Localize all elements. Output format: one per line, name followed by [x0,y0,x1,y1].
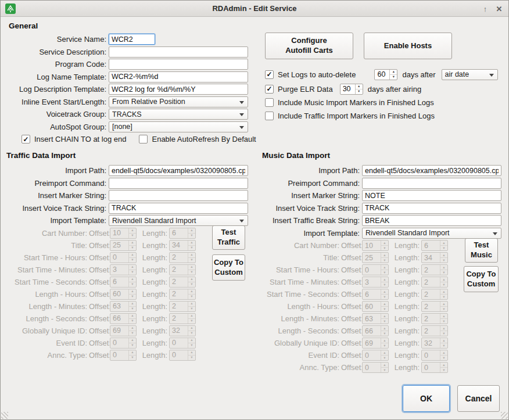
spin-down-icon: ▾ [381,356,388,360]
cancel-button[interactable]: Cancel [457,385,500,412]
titlebar[interactable]: RDAdmin - Edit Service ↑ ✕ [1,1,508,17]
traffic-preimport-command-input[interactable] [109,178,248,189]
music-markers-row: Include Music Import Markers in Finished… [265,96,507,109]
close-icon[interactable]: ✕ [492,1,506,17]
purge-elr-days-spinbox[interactable]: 30 ▴▾ [340,84,363,95]
offset-spinbox: 69▴▾ [110,325,137,336]
music-import-template-combobox[interactable]: Rivendell Standard Import [362,228,501,239]
traffic-import-template-combobox[interactable]: Rivendell Standard Import [109,215,248,226]
spin-up-icon: ▴ [188,240,195,246]
configure-autofill-carts-button[interactable]: Configure Autofill Carts [265,33,353,59]
traffic-row-event-id: Event ID: Offset: 0▴▾ Length: 0▴▾ [6,337,210,349]
checkbox-box [139,135,148,143]
length-spinbox: 2▴▾ [169,277,196,288]
program-code-input[interactable] [109,59,248,70]
length-spinbox: 2▴▾ [169,301,196,312]
length-spinbox: 2▴▾ [421,289,448,300]
auto-delete-checkbox[interactable]: ✓ Set Logs to auto-delete [265,70,356,79]
spin-up-icon: ▴ [129,228,136,234]
import-template-label: Import Template: [262,229,362,238]
music-import-path-input[interactable] [362,165,501,176]
spin-down-icon: ▾ [381,295,388,299]
spin-up-icon: ▴ [440,350,447,356]
spin-down-icon: ▾ [440,270,447,275]
spin-up-icon: ▴ [381,265,388,270]
spin-up-icon: ▴ [129,289,136,295]
spin-up-icon: ▴ [129,253,136,258]
auto-delete-row: ✓ Set Logs to auto-delete 60 ▴▾ days aft… [265,68,507,81]
music-insert-marker-row: Insert Marker String: [262,189,462,202]
service-name-input[interactable] [109,34,155,45]
spin-up-icon: ▴ [188,228,195,234]
music-insert-voice-track-string-input[interactable] [362,203,501,214]
checkbox-box [265,98,274,107]
traffic-row-length-seconds: Length - Seconds: Offset: 66▴▾ Length: 2… [6,313,210,325]
spin-up-icon: ▴ [188,277,195,282]
auto-delete-days-spinbox[interactable]: 60 ▴▾ [374,69,397,80]
voicetrack-group-combobox[interactable]: TRACKS [109,109,248,120]
autospot-group-row: AutoSpot Group: [none] [6,121,261,134]
length-spinbox: 32▴▾ [421,338,448,349]
music-insert-marker-string-input[interactable] [362,190,501,201]
enable-hosts-button[interactable]: Enable Hosts [364,33,452,59]
spin-down-icon: ▾ [129,307,136,311]
spin-up-icon: ▴ [129,314,136,319]
resize-grip-right[interactable] [501,412,508,419]
music-insert-traffic-break-row: Insert Traffic Break String: [262,214,462,227]
preimport-command-label: Preimport Command: [6,179,109,188]
music-copy-to-custom-button[interactable]: Copy To Custom [464,266,499,292]
include-music-markers-checkbox[interactable]: Include Music Import Markers in Finished… [265,98,434,107]
spin-down-icon: ▾ [188,331,195,336]
log-name-template-input[interactable] [109,71,248,82]
spin-up-icon: ▴ [381,289,388,295]
shade-up-icon[interactable]: ↑ [478,1,492,17]
spin-down-icon: ▾ [440,368,447,372]
spin-down-icon[interactable]: ▾ [356,89,363,94]
offset-spinbox: 63▴▾ [110,301,137,312]
spin-up-icon: ▴ [129,277,136,282]
spin-down-icon: ▾ [381,246,388,250]
spin-down-icon[interactable]: ▾ [390,75,397,80]
autospot-group-combobox[interactable]: [none] [109,121,248,132]
traffic-insert-voice-track-string-input[interactable] [109,203,248,214]
spin-down-icon: ▾ [381,343,388,348]
log-description-template-input[interactable] [109,84,248,95]
auto-delete-reference-combobox[interactable]: air date [442,69,498,80]
ok-button[interactable]: OK [403,385,450,412]
include-traffic-markers-checkbox[interactable]: Include Traffic Import Markers in Finish… [265,112,435,120]
spin-down-icon: ▾ [381,368,388,372]
spin-down-icon: ▾ [381,307,388,311]
length-spinbox: 2▴▾ [421,301,448,312]
traffic-insert-marker-string-input[interactable] [109,190,248,201]
music-row-cart-number: Cart Number: Offset: 10▴▾ Length: 6▴▾ [262,239,462,252]
offset-spinbox: 3▴▾ [110,264,137,275]
spin-up-icon[interactable]: ▴ [356,84,363,89]
test-music-button[interactable]: Test Music [465,238,498,263]
insert-chain-to-checkbox[interactable]: ✓ Insert CHAIN TO at log end [21,135,126,143]
inline-event-start-length-combobox[interactable]: From Relative Position [109,96,248,107]
music-preimport-command-input[interactable] [362,178,501,189]
checkbox-box: ✓ [21,135,30,143]
spin-down-icon: ▾ [381,270,388,275]
spin-down-icon: ▾ [129,319,136,324]
enable-autorefresh-checkbox[interactable]: Enable AutoRefresh By Default [139,135,256,143]
spin-down-icon: ▾ [188,282,195,287]
spin-up-icon: ▴ [381,338,388,343]
traffic-import-path-input[interactable] [109,165,248,176]
purge-elr-checkbox[interactable]: ✓ Purge ELR Data [265,85,333,94]
spin-down-icon: ▾ [440,356,447,360]
service-description-input[interactable] [109,46,248,58]
spin-up-icon: ▴ [129,338,136,343]
general-section-title: General [9,21,38,30]
spin-up-icon: ▴ [440,265,447,270]
music-import-path-row: Import Path: [262,164,462,177]
resize-grip-left[interactable] [1,412,8,419]
test-traffic-button[interactable]: Test Traffic [212,225,245,250]
length-spinbox: 6▴▾ [421,240,448,251]
offset-spinbox: 0▴▾ [362,264,389,275]
spin-up-icon: ▴ [440,277,447,282]
traffic-copy-to-custom-button[interactable]: Copy To Custom [212,254,245,281]
spin-up-icon[interactable]: ▴ [390,70,397,75]
music-insert-traffic-break-string-input[interactable] [362,215,501,226]
music-preimport-command-row: Preimport Command: [262,177,462,190]
